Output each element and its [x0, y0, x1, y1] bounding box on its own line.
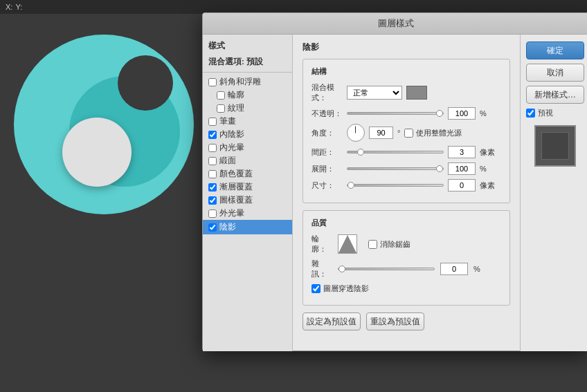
- angle-control: °: [347, 124, 400, 142]
- spread-row: 展開： %: [311, 162, 501, 175]
- preview-checkbox[interactable]: [526, 109, 535, 118]
- global-light-label[interactable]: 使用整體光源: [404, 128, 462, 138]
- blend-color-swatch[interactable]: [406, 86, 427, 100]
- opacity-slider[interactable]: [347, 112, 444, 115]
- noise-unit: %: [473, 265, 480, 273]
- cancel-button[interactable]: 取消: [526, 64, 584, 82]
- quality-title: 品質: [311, 218, 501, 228]
- outer-glow-item[interactable]: 外光暈: [203, 207, 292, 220]
- noise-input[interactable]: [440, 263, 468, 275]
- structure-title: 結構: [311, 66, 501, 77]
- opacity-row: 不透明： %: [311, 107, 501, 120]
- blend-mode-select[interactable]: 正常 正片疊底 濾色: [347, 86, 402, 100]
- spread-slider[interactable]: [347, 167, 444, 170]
- styles-panel: 樣式 混合選項: 預設 斜角和浮雕 輪廓 紋理 筆畫: [203, 35, 293, 351]
- spread-unit: %: [480, 165, 487, 173]
- pattern-overlay-checkbox[interactable]: [208, 196, 217, 205]
- spread-thumb[interactable]: [436, 165, 443, 172]
- preview-inner: [541, 132, 569, 160]
- distance-thumb[interactable]: [357, 149, 364, 156]
- gradient-overlay-item[interactable]: 漸層覆蓋: [203, 180, 292, 194]
- texture-item[interactable]: 紋理: [203, 102, 292, 115]
- ok-button[interactable]: 確定: [526, 41, 584, 59]
- angle-label: 角度：: [311, 128, 343, 138]
- contour-item[interactable]: 輪廓: [203, 88, 292, 102]
- structure-section: 結構 混合模式： 正常 正片疊底 濾色 不透明：: [302, 59, 510, 203]
- new-style-button[interactable]: 新增樣式…: [526, 86, 584, 104]
- blend-options-item[interactable]: 混合選項: 預設: [203, 55, 292, 69]
- styles-header: 樣式: [203, 37, 292, 55]
- contour-preview[interactable]: [338, 234, 357, 254]
- distance-slider[interactable]: [347, 151, 444, 153]
- dialog-title: 圖層樣式: [203, 13, 587, 35]
- angle-dial[interactable]: [347, 124, 365, 142]
- antialias-checkbox[interactable]: [368, 240, 377, 249]
- color-overlay-item[interactable]: 顏色覆蓋: [203, 167, 292, 180]
- noise-slider[interactable]: [338, 268, 435, 270]
- y-label: Y:: [15, 3, 22, 11]
- opacity-input[interactable]: [448, 107, 476, 120]
- inner-glow-checkbox[interactable]: [208, 144, 217, 152]
- angle-input[interactable]: [369, 127, 393, 139]
- size-input[interactable]: [448, 179, 476, 192]
- svg-marker-0: [338, 235, 356, 253]
- size-row: 尺寸： 像素: [311, 179, 501, 192]
- bevel-checkbox[interactable]: [208, 78, 217, 86]
- section-title: 陰影: [302, 41, 510, 53]
- spread-input[interactable]: [448, 162, 476, 175]
- noise-row: 雜訊： %: [311, 259, 501, 279]
- outer-glow-checkbox[interactable]: [208, 209, 217, 218]
- size-unit: 像素: [480, 180, 495, 191]
- noise-label: 雜訊：: [311, 259, 332, 279]
- set-default-button[interactable]: 設定為預設值: [302, 312, 361, 330]
- noise-thumb[interactable]: [338, 265, 345, 272]
- inner-shadow-checkbox[interactable]: [208, 131, 217, 139]
- angle-unit: °: [397, 129, 400, 137]
- inner-shadow-item[interactable]: 內陰影: [203, 128, 292, 141]
- inner-glow-item[interactable]: 內光暈: [203, 141, 292, 154]
- distance-row: 間距： 像素: [311, 146, 501, 158]
- satin-checkbox[interactable]: [208, 157, 217, 165]
- opacity-unit: %: [480, 109, 487, 118]
- x-label: X:: [6, 3, 12, 11]
- angle-row: 角度： ° 使用整體光源: [311, 124, 501, 142]
- contour-row: 輪廓： 消除鋸齒: [311, 234, 501, 254]
- size-thumb[interactable]: [347, 182, 354, 189]
- pattern-overlay-item[interactable]: 圖樣覆蓋: [203, 194, 292, 207]
- quality-section: 品質 輪廓： 消除鋸齒 雜訊：: [302, 210, 510, 306]
- preview-swatch: [534, 125, 576, 167]
- spread-label: 展開：: [311, 164, 343, 174]
- antialias-label[interactable]: 消除鋸齒: [368, 239, 410, 250]
- stroke-item[interactable]: 筆畫: [203, 115, 292, 128]
- background-icon: [14, 35, 194, 214]
- shadow-checkbox[interactable]: [208, 223, 217, 232]
- reset-default-button[interactable]: 重設為預設值: [366, 312, 424, 330]
- opacity-label: 不透明：: [311, 109, 343, 119]
- distance-label: 間距：: [311, 147, 343, 158]
- layer-knockout-checkbox[interactable]: [311, 284, 320, 293]
- stroke-checkbox[interactable]: [208, 118, 217, 126]
- layer-styles-dialog: 圖層樣式 樣式 混合選項: 預設 斜角和浮雕 輪廓 紋理 筆畫: [202, 12, 587, 351]
- satin-item[interactable]: 緞面: [203, 154, 292, 167]
- main-content: 陰影 結構 混合模式： 正常 正片疊底 濾色 不透明：: [293, 35, 520, 351]
- gradient-overlay-checkbox[interactable]: [208, 183, 217, 192]
- size-slider[interactable]: [347, 184, 444, 187]
- opacity-thumb[interactable]: [436, 110, 443, 117]
- layer-knockout-row[interactable]: 圖層穿透陰影: [311, 283, 501, 294]
- color-overlay-checkbox[interactable]: [208, 170, 217, 178]
- shadow-item-active[interactable]: 陰影: [203, 220, 292, 234]
- size-label: 尺寸：: [311, 180, 343, 191]
- buttons-panel: 確定 取消 新增樣式… 預視: [520, 35, 587, 351]
- blend-label: 混合模式：: [311, 82, 343, 103]
- contour-label: 輪廓：: [311, 234, 332, 254]
- distance-unit: 像素: [480, 147, 495, 158]
- preview-label: 預視: [538, 108, 553, 118]
- blend-mode-row: 混合模式： 正常 正片疊底 濾色: [311, 82, 501, 103]
- distance-input[interactable]: [448, 146, 476, 158]
- bevel-emboss-item[interactable]: 斜角和浮雕: [203, 75, 292, 88]
- global-light-checkbox[interactable]: [404, 129, 413, 138]
- top-bar: X: Y:: [0, 0, 587, 14]
- contour-checkbox[interactable]: [217, 91, 225, 100]
- preview-row[interactable]: 預視: [526, 108, 584, 118]
- texture-checkbox[interactable]: [217, 104, 225, 113]
